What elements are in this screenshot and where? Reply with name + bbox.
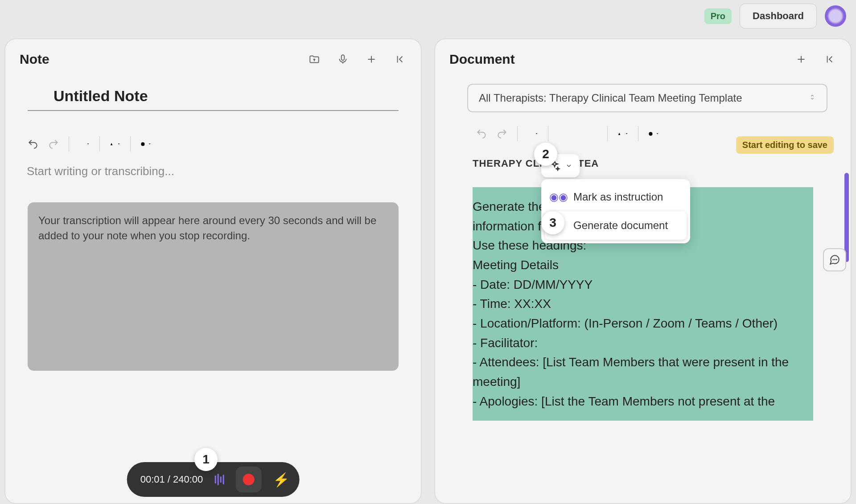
avatar[interactable] [825,5,846,27]
doc-line: Meeting Details [473,255,813,275]
callout-1: 1 [194,448,218,471]
collapse-left-icon[interactable] [823,53,836,66]
scrollbar[interactable] [844,173,849,262]
transcription-box: Your transcription will appear here arou… [28,202,399,371]
redo-button[interactable] [494,126,510,142]
svg-point-8 [651,134,652,134]
doc-line: - Attendees: [List Team Members that wer… [473,352,813,391]
bolt-icon[interactable]: ⚡ [273,472,289,488]
text-format-button[interactable] [107,136,123,152]
pro-badge: Pro [704,8,732,24]
svg-point-9 [833,259,833,260]
template-select[interactable]: All Therapists: Therapy Clinical Team Me… [467,84,827,112]
menu-label: Generate document [573,219,668,232]
record-button[interactable] [235,467,261,492]
note-title-input[interactable]: Untitled Note [28,84,399,111]
undo-button[interactable] [25,136,41,152]
save-hint-badge: Start editing to save [736,136,834,154]
doc-line: - Location/Platform: (In-Person / Zoom /… [473,314,813,333]
callout-2: 2 [534,143,557,166]
svg-point-10 [835,259,835,260]
ai-dropdown-menu: ◉◉ Mark as instruction ⚡ Generate docume… [541,179,690,243]
template-name: All Therapists: Therapy Clinical Team Me… [479,92,742,104]
recorder-time: 00:01 / 240:00 [140,474,203,485]
svg-rect-0 [342,55,345,60]
collapse-left-icon[interactable] [393,53,407,66]
doc-line: - Apologies: [List the Team Members not … [473,392,813,411]
callout-3: 3 [541,211,564,234]
document-panel: Document All Therapists: Therapy Clinica… [434,38,852,504]
editor-placeholder[interactable]: Start writing or transcribing... [20,164,407,178]
document-heading: THERAPY CLINICAL TEA [473,158,836,169]
note-panel: Note Untitled Note [4,38,422,504]
more-options-button[interactable] [138,136,154,152]
doc-line: - Date: DD/MM/YYYY [473,275,813,295]
comments-button[interactable] [823,248,846,271]
mark-as-instruction-item[interactable]: ◉◉ Mark as instruction [545,183,687,211]
plus-icon[interactable] [794,53,808,66]
plus-icon[interactable] [365,53,378,66]
generate-document-item[interactable]: ⚡ Generate document [545,211,687,240]
doc-line: - Facilitator: [473,333,813,353]
svg-point-7 [650,134,651,134]
list-format-button[interactable] [525,126,541,142]
folder-upload-icon[interactable] [308,53,321,66]
list-format-button[interactable] [76,136,92,152]
app-header: Pro Dashboard [698,0,852,32]
text-format-button[interactable] [615,126,631,142]
more-options-button[interactable] [646,126,662,142]
undo-button[interactable] [473,126,490,142]
svg-point-3 [143,144,143,144]
svg-point-11 [836,259,837,260]
note-toolbar [20,136,407,152]
document-panel-title: Document [449,52,515,67]
dashboard-button[interactable]: Dashboard [740,4,817,29]
svg-point-6 [650,134,650,134]
waveform-icon [214,474,224,485]
svg-point-4 [144,144,144,144]
updown-icon [809,92,816,104]
doc-line: - Time: XX:XX [473,294,813,314]
menu-label: Mark as instruction [573,191,663,203]
redo-button[interactable] [45,136,62,152]
svg-point-2 [142,144,142,144]
mark-instruction-icon: ◉◉ [552,191,565,203]
note-panel-title: Note [20,52,49,67]
mic-icon[interactable] [336,53,350,66]
